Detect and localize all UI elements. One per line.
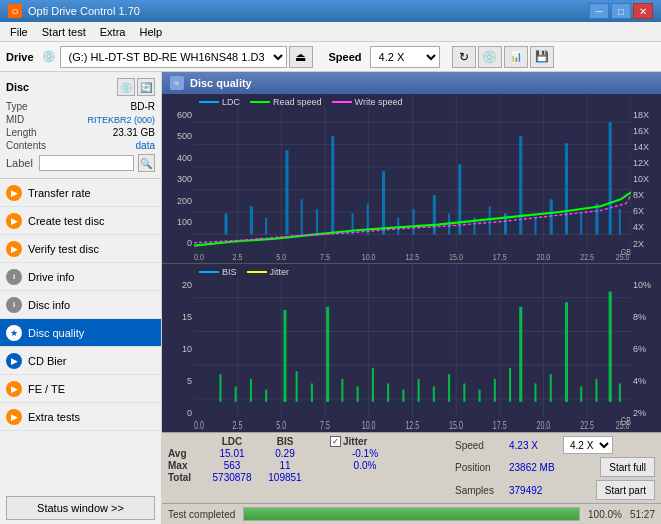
create-test-disc-icon: ▶	[6, 213, 22, 229]
menu-file[interactable]: File	[4, 24, 34, 40]
menu-bar: File Start test Extra Help	[0, 22, 661, 42]
svg-text:22.5: 22.5	[580, 420, 594, 432]
position-stat-value: 23862 MB	[509, 462, 555, 473]
max-row-label: Max	[168, 460, 204, 471]
minimize-button[interactable]: ─	[589, 3, 609, 19]
progress-section: Test completed 100.0% 51:27	[162, 503, 661, 524]
save-icon[interactable]: 💾	[530, 46, 554, 68]
left-panel: Disc 💿 🔄 Type BD-R MID RITEKBR2 (000) Le…	[0, 72, 162, 524]
svg-rect-22	[331, 136, 334, 234]
speed-stat-select[interactable]: 4.2 X	[563, 436, 613, 454]
svg-rect-82	[448, 374, 450, 402]
sidebar-item-disc-info[interactable]: i Disc info	[0, 291, 161, 319]
refresh-icon[interactable]: ↻	[452, 46, 476, 68]
title-bar: O Opti Drive Control 1.70 ─ □ ✕	[0, 0, 661, 22]
svg-rect-68	[235, 386, 237, 401]
chart2-legend: BIS Jitter	[196, 266, 292, 278]
svg-text:7.5: 7.5	[320, 251, 330, 262]
svg-text:0.0: 0.0	[194, 251, 204, 262]
svg-rect-92	[595, 378, 597, 401]
status-text: Test completed	[168, 509, 235, 520]
chart1-svg-container: 0.0 2.5 5.0 7.5 10.0 12.5 15.0 17.5 20.0…	[194, 94, 631, 263]
legend-bis: BIS	[222, 267, 237, 277]
extra-tests-label: Extra tests	[28, 411, 80, 423]
menu-help[interactable]: Help	[133, 24, 168, 40]
type-value: BD-R	[131, 101, 155, 112]
disc-quality-label: Disc quality	[28, 327, 84, 339]
disc-icon[interactable]: 💿	[478, 46, 502, 68]
svg-rect-38	[580, 213, 582, 234]
progress-bar-outer	[243, 507, 580, 521]
svg-rect-30	[458, 164, 461, 234]
speed-select[interactable]: 4.2 X 2.0 X 1.0 X	[370, 46, 440, 68]
mid-value: RITEKBR2 (000)	[87, 115, 155, 125]
sidebar-item-verify-test-disc[interactable]: ▶ Verify test disc	[0, 235, 161, 263]
menu-extra[interactable]: Extra	[94, 24, 132, 40]
svg-text:15.0: 15.0	[449, 251, 463, 262]
avg-jitter-value: -0.1%	[330, 448, 400, 459]
svg-rect-89	[550, 374, 552, 402]
svg-rect-78	[387, 383, 389, 401]
drive-info-label: Drive info	[28, 271, 74, 283]
svg-text:20.0: 20.0	[536, 251, 550, 262]
jitter-col-header: Jitter	[343, 436, 367, 447]
svg-rect-25	[382, 171, 385, 234]
svg-rect-74	[326, 306, 329, 401]
drive-info-icon: i	[6, 269, 22, 285]
svg-text:0.0: 0.0	[194, 420, 204, 432]
sidebar-item-extra-tests[interactable]: ▶ Extra tests	[0, 403, 161, 431]
label-label: Label	[6, 157, 33, 169]
speed-label: Speed	[329, 51, 362, 63]
maximize-button[interactable]: □	[611, 3, 631, 19]
speed-stat-label: Speed	[455, 440, 505, 451]
sidebar-item-cd-bier[interactable]: ▶ CD Bier	[0, 347, 161, 375]
disc-info-icon: i	[6, 297, 22, 313]
sidebar-item-transfer-rate[interactable]: ▶ Transfer rate	[0, 179, 161, 207]
svg-rect-86	[509, 368, 511, 402]
close-button[interactable]: ✕	[633, 3, 653, 19]
svg-rect-80	[418, 378, 420, 401]
progress-time: 51:27	[630, 509, 655, 520]
samples-stat-value: 379492	[509, 485, 542, 496]
graph-icon[interactable]: 📊	[504, 46, 528, 68]
sidebar-item-disc-quality[interactable]: ★ Disc quality	[0, 319, 161, 347]
progress-bar-inner	[244, 508, 579, 520]
bis-col-header: BIS	[260, 436, 310, 447]
eject-button[interactable]: ⏏	[289, 46, 313, 68]
svg-rect-41	[619, 209, 621, 234]
svg-rect-91	[580, 386, 582, 401]
svg-rect-20	[301, 199, 303, 234]
create-test-disc-label: Create test disc	[28, 215, 104, 227]
sidebar-item-create-test-disc[interactable]: ▶ Create test disc	[0, 207, 161, 235]
transfer-rate-icon: ▶	[6, 185, 22, 201]
drive-select[interactable]: (G:) HL-DT-ST BD-RE WH16NS48 1.D3	[60, 46, 287, 68]
samples-stat-label: Samples	[455, 485, 505, 496]
svg-text:GB: GB	[621, 415, 631, 427]
disc-section: Disc 💿 🔄 Type BD-R MID RITEKBR2 (000) Le…	[0, 72, 161, 179]
sidebar-item-fe-te[interactable]: ▶ FE / TE	[0, 375, 161, 403]
start-full-button[interactable]: Start full	[600, 457, 655, 477]
cd-bier-icon: ▶	[6, 353, 22, 369]
jitter-checkbox[interactable]: ✓	[330, 436, 341, 447]
right-panel: ≈ Disc quality LDC Read speed Write spee…	[162, 72, 661, 524]
status-window-button[interactable]: Status window >>	[6, 496, 155, 520]
svg-rect-17	[250, 206, 253, 234]
svg-rect-16	[224, 213, 227, 234]
drive-label: Drive	[6, 51, 34, 63]
label-search-button[interactable]: 🔍	[138, 154, 155, 172]
legend-ldc: LDC	[222, 97, 240, 107]
disc-btn2[interactable]: 🔄	[137, 78, 155, 96]
svg-rect-28	[433, 195, 436, 234]
menu-start-test[interactable]: Start test	[36, 24, 92, 40]
disc-btn1[interactable]: 💿	[117, 78, 135, 96]
sidebar-item-drive-info[interactable]: i Drive info	[0, 263, 161, 291]
svg-text:GB: GB	[621, 246, 631, 257]
chart2-svg-container: 0.0 2.5 5.0 7.5 10.0 12.5 15.0 17.5 20.0…	[194, 264, 631, 433]
svg-rect-73	[311, 383, 313, 401]
transfer-rate-label: Transfer rate	[28, 187, 91, 199]
contents-label: Contents	[6, 140, 46, 151]
label-input[interactable]	[39, 155, 134, 171]
stats-bar: LDC BIS ✓ Jitter Avg 15.01 0.29 -0.1%	[162, 432, 661, 503]
start-part-button[interactable]: Start part	[596, 480, 655, 500]
svg-rect-27	[413, 209, 415, 234]
